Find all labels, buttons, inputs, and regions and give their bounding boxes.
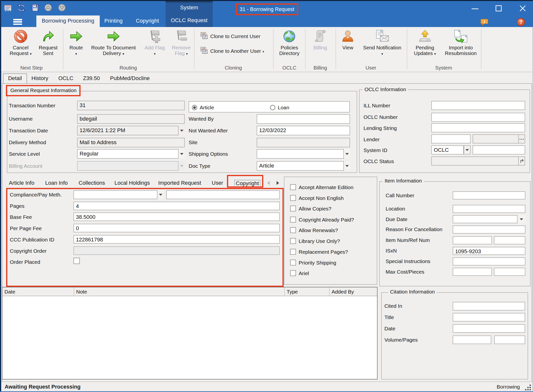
svg-text:?: ? — [519, 19, 522, 25]
svg-text:i: i — [484, 19, 485, 24]
